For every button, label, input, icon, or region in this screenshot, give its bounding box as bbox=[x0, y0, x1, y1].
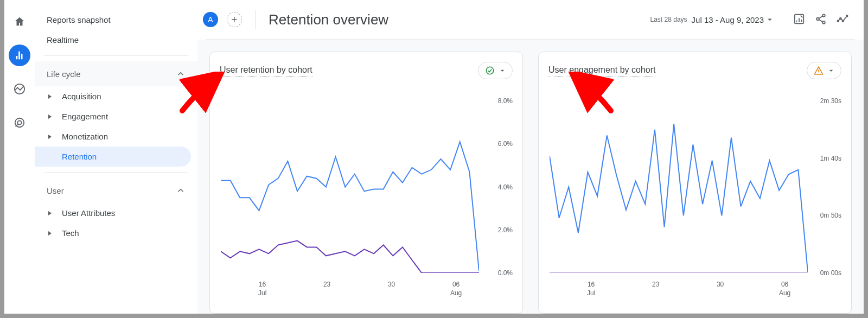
sidebar-item-retention[interactable]: Retention bbox=[35, 147, 191, 167]
svg-point-15 bbox=[846, 15, 848, 17]
main: A Retention overview Last 28 days Jul 13… bbox=[197, 0, 864, 314]
svg-point-16 bbox=[486, 67, 494, 74]
card-user-retention: User retention by cohort 8.0%6.0%4.0%2.0… bbox=[209, 52, 523, 314]
chart-engagement: 2m 30s1m 40s0m 50s0m 00s 16Jul233006Aug bbox=[548, 85, 841, 306]
insights-icon[interactable] bbox=[837, 13, 848, 27]
card-title: User engagement by cohort bbox=[548, 65, 655, 77]
card-user-engagement: User engagement by cohort 2m 30s1m 40s0m… bbox=[538, 52, 852, 314]
nav-rail bbox=[4, 0, 35, 314]
sidebar-item-snapshot[interactable]: Reports snapshot bbox=[35, 10, 197, 30]
sidebar-group-user[interactable]: User bbox=[35, 178, 197, 203]
caret-right-icon bbox=[47, 115, 53, 119]
sidebar-item-label: Tech bbox=[62, 228, 79, 238]
sidebar-group-lifecycle[interactable]: Life cycle bbox=[35, 61, 197, 86]
svg-marker-7 bbox=[48, 231, 52, 236]
home-icon[interactable] bbox=[9, 11, 30, 33]
reports-icon[interactable] bbox=[9, 44, 30, 66]
share-icon[interactable] bbox=[815, 13, 827, 27]
sidebar-item-label: Acquisition bbox=[62, 92, 101, 101]
topbar: A Retention overview Last 28 days Jul 13… bbox=[197, 0, 864, 39]
account-badge[interactable]: A bbox=[203, 12, 218, 27]
divider bbox=[255, 10, 256, 29]
svg-marker-4 bbox=[48, 115, 52, 119]
sidebar-item-engagement[interactable]: Engagement bbox=[35, 106, 197, 126]
card-title: User retention by cohort bbox=[220, 65, 312, 77]
sidebar-item-tech[interactable]: Tech bbox=[35, 223, 197, 243]
svg-point-2 bbox=[17, 120, 21, 124]
date-range-value: Jul 13 - Aug 9, 2023 bbox=[688, 15, 764, 24]
card-status-button[interactable] bbox=[478, 62, 513, 79]
chevron-up-icon bbox=[176, 186, 186, 195]
sidebar-item-label: Engagement bbox=[62, 112, 108, 121]
divider bbox=[44, 55, 188, 56]
svg-marker-6 bbox=[48, 211, 52, 215]
check-circle-icon bbox=[485, 66, 495, 75]
caret-right-icon bbox=[47, 94, 53, 99]
sidebar-item-acquisition[interactable]: Acquisition bbox=[35, 86, 197, 106]
add-comparison-button[interactable] bbox=[227, 12, 242, 27]
sidebar-group-label: User bbox=[47, 186, 64, 195]
svg-point-12 bbox=[837, 20, 839, 22]
plus-icon bbox=[230, 15, 239, 24]
sidebar-item-realtime[interactable]: Realtime bbox=[35, 30, 197, 50]
divider bbox=[44, 172, 188, 173]
customize-report-icon[interactable] bbox=[793, 13, 805, 27]
page-title: Retention overview bbox=[269, 11, 388, 28]
sidebar-item-user-attributes[interactable]: User Attributes bbox=[35, 203, 197, 223]
advertising-icon[interactable] bbox=[9, 112, 30, 133]
caret-down-icon bbox=[498, 66, 507, 75]
card-status-button[interactable] bbox=[807, 62, 841, 79]
sidebar-item-label: Retention bbox=[62, 152, 97, 161]
sidebar-item-label: Monetization bbox=[62, 132, 108, 141]
svg-marker-5 bbox=[48, 135, 52, 139]
sidebar-item-monetization[interactable]: Monetization bbox=[35, 126, 197, 147]
svg-point-13 bbox=[840, 17, 841, 19]
caret-down-icon bbox=[827, 66, 835, 75]
chevron-up-icon bbox=[176, 69, 186, 79]
svg-point-14 bbox=[843, 20, 844, 22]
sidebar: Reports snapshot Realtime Life cycle Acq… bbox=[35, 0, 197, 314]
explore-icon[interactable] bbox=[9, 78, 30, 100]
svg-marker-3 bbox=[48, 94, 52, 99]
caret-right-icon bbox=[47, 211, 53, 215]
caret-right-icon bbox=[47, 135, 53, 139]
sidebar-group-label: Life cycle bbox=[47, 69, 81, 79]
sidebar-item-label: User Attributes bbox=[62, 208, 115, 218]
date-range-label: Last 28 days bbox=[650, 16, 687, 23]
warning-triangle-icon bbox=[814, 66, 824, 75]
date-range-picker[interactable]: Last 28 days Jul 13 - Aug 9, 2023 bbox=[650, 15, 775, 24]
caret-right-icon bbox=[47, 231, 53, 236]
svg-point-18 bbox=[818, 73, 819, 74]
caret-down-icon bbox=[765, 15, 775, 24]
chart-retention: 8.0%6.0%4.0%2.0%0.0% 16Jul233006Aug bbox=[220, 85, 513, 306]
